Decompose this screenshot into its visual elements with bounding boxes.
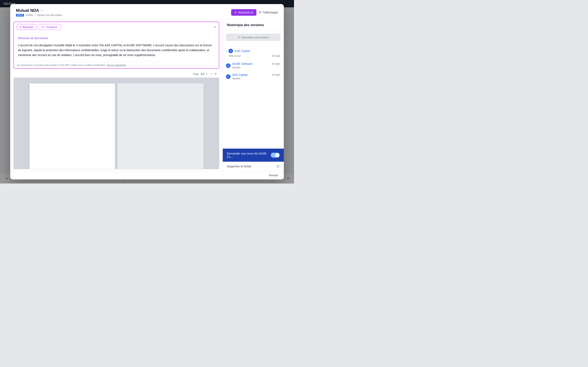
- trash-icon: 🗑: [277, 165, 280, 168]
- version-2-company: ACME Software: [232, 62, 252, 66]
- modal-header: Mutual NDA ✏ DOCX 233KB ℹ Ajouter une de…: [10, 4, 284, 19]
- right-sidebar: Historique des versions ↻ Soumettre une …: [223, 19, 284, 171]
- modal-body: ≡ Résumer </> Comparer × Résume ce docum…: [10, 19, 284, 171]
- version-1-company: AXE Capital: [232, 73, 247, 76]
- ai-prompt-text: Résume ce document.: [18, 36, 215, 40]
- chevron-right-icon-3: ›: [226, 50, 227, 52]
- version-3-action: Mise à jour: [229, 54, 241, 57]
- add-description-link[interactable]: Ajouter une description: [37, 14, 62, 17]
- tab-summarize[interactable]: ≡ Résumer: [17, 24, 36, 30]
- version-item-3: › 3 AXE Capital Mise à jour 18 sept.: [223, 46, 284, 59]
- ai-panel-header: ≡ Résumer </> Comparer ×: [14, 22, 219, 32]
- page-current: 1/5: [201, 72, 204, 75]
- content-area: ≡ Résumer </> Comparer × Résume ce docum…: [10, 19, 223, 171]
- request-review-toggle[interactable]: [271, 153, 280, 158]
- toggle-knob: [275, 153, 279, 157]
- version-1-action: Ajoutée: [232, 77, 241, 80]
- ai-footer-link[interactable]: Voir les paramètres: [107, 64, 126, 66]
- version-2-info: ACME Software 18 sept. Ajoutée: [232, 62, 281, 69]
- sidebar-bottom: Demander une revue de ACME Co... Supprim…: [223, 149, 284, 171]
- modal-title: Mutual NDA: [16, 8, 39, 13]
- refresh-icon: ↻: [238, 36, 240, 39]
- ai-footer: Les documents et prompts sont envoyés à …: [14, 62, 219, 68]
- version-badge-1: 1: [226, 75, 231, 79]
- version-item-1[interactable]: 1 AXE Capital 18 sept. Ajoutée: [223, 72, 284, 82]
- code-icon: </>: [41, 26, 44, 29]
- close-modal-button[interactable]: Fermer: [269, 174, 278, 177]
- file-type-badge: DOCX: [16, 14, 24, 17]
- version-3-header[interactable]: › 3 AXE Capital: [223, 48, 284, 54]
- page-navigation: Page 1/5 ▾: [193, 72, 207, 75]
- version-item-2[interactable]: 2 ACME Software 18 sept. Ajoutée: [223, 60, 284, 71]
- version-3-date: 18 sept.: [272, 54, 281, 57]
- page-dropdown-button[interactable]: ▾: [206, 73, 207, 75]
- doc-toolbar: Page 1/5 ▾ − +: [13, 70, 219, 78]
- modal: Mutual NDA ✏ DOCX 233KB ℹ Ajouter une de…: [10, 4, 284, 179]
- ai-panel-tabs: ≡ Résumer </> Comparer: [17, 24, 61, 30]
- sidebar-title: Historique des versions: [223, 23, 284, 30]
- document-view: Page 1/5 ▾ − +: [13, 70, 219, 169]
- version-3-sub: Mise à jour 18 sept.: [223, 54, 284, 57]
- version-2-date: 18 sept.: [272, 62, 281, 65]
- page-label: Page: [193, 72, 199, 75]
- ai-panel-close-button[interactable]: ×: [214, 25, 216, 29]
- version-list: › 3 AXE Capital Mise à jour 18 sept.: [223, 44, 284, 149]
- document-content: [13, 78, 219, 169]
- edit-title-icon[interactable]: ✏: [41, 9, 43, 12]
- file-size: 233KB: [26, 14, 33, 17]
- modal-overlay: Mutual NDA ✏ DOCX 233KB ℹ Ajouter une de…: [0, 0, 294, 184]
- version-badge-2: 2: [226, 63, 231, 68]
- download-cloud-icon: ↻: [259, 10, 261, 14]
- submit-revision-button[interactable]: ↻ Soumettre une révision: [226, 34, 281, 41]
- zoom-in-button[interactable]: +: [214, 72, 217, 76]
- modal-title-area: Mutual NDA ✏ DOCX 233KB ℹ Ajouter une de…: [16, 8, 62, 17]
- version-1-info: AXE Capital 18 sept. Ajoutée: [232, 73, 281, 80]
- assistant-star-icon: ✦: [234, 11, 237, 14]
- ai-response-text: L'accord de non-divulgation mutuelle éta…: [18, 43, 215, 58]
- version-badge-3: 3: [228, 49, 233, 53]
- version-2-action: Ajoutée: [232, 66, 241, 69]
- modal-header-actions: ✦ Assistant IA ↻ Télécharger: [231, 9, 278, 16]
- modal-meta: DOCX 233KB ℹ Ajouter une description: [16, 14, 62, 17]
- download-button[interactable]: ↻ Télécharger: [259, 10, 278, 14]
- assistant-ia-button[interactable]: ✦ Assistant IA: [231, 9, 256, 16]
- modal-footer: Fermer: [10, 171, 284, 179]
- version-1-date: 18 sept.: [272, 73, 281, 76]
- zoom-out-button[interactable]: −: [210, 72, 213, 76]
- request-review-label: Demander une revue de ACME Co...: [227, 152, 271, 158]
- version-3-company: AXE Capital: [234, 49, 250, 53]
- info-icon: ℹ: [35, 14, 35, 17]
- hamburger-icon: ≡: [20, 25, 21, 29]
- request-review-row[interactable]: Demander une revue de ACME Co...: [223, 149, 284, 162]
- tab-compare[interactable]: </> Comparer: [38, 24, 61, 30]
- delete-label: Supprimer le fichier: [227, 165, 251, 168]
- ai-content: Résume ce document. L'accord de non-divu…: [14, 32, 219, 62]
- delete-file-row[interactable]: Supprimer le fichier 🗑: [223, 162, 284, 171]
- ai-panel: ≡ Résumer </> Comparer × Résume ce docum…: [13, 22, 219, 69]
